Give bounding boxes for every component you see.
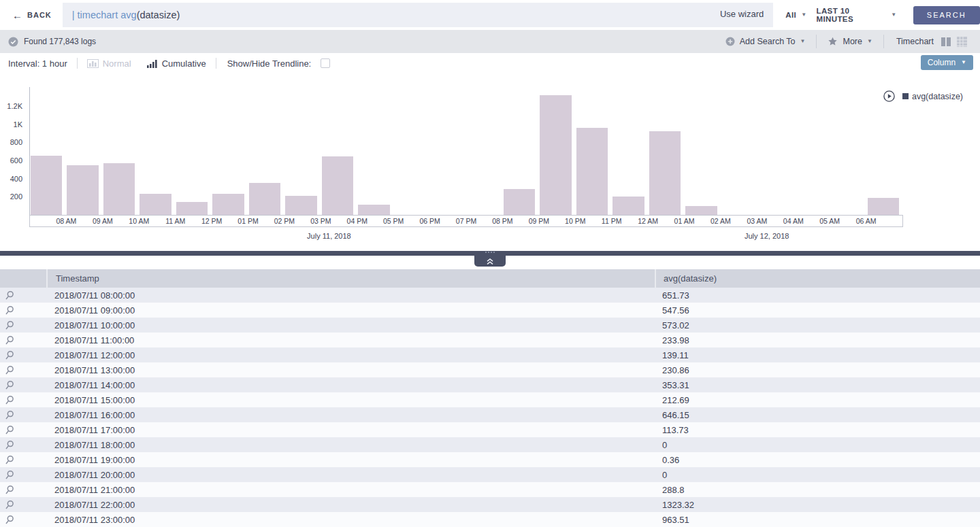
bar-chart-icon: [87, 59, 99, 68]
row-expand-cell: [0, 320, 46, 330]
chevron-down-icon: ▼: [891, 12, 896, 18]
magnifier-icon[interactable]: [5, 335, 14, 345]
chart-bar[interactable]: [685, 206, 717, 215]
magnifier-icon[interactable]: [5, 380, 14, 390]
top-search-bar: ← BACK | timechart avg(datasize) Use wiz…: [0, 0, 980, 30]
chart-bar[interactable]: [31, 156, 62, 215]
timestamp-cell: 2018/07/11 15:00:00: [46, 395, 655, 405]
chart-bar[interactable]: [103, 163, 135, 215]
row-expand-cell: [0, 455, 46, 465]
x-tick-label: 08 PM: [492, 217, 512, 225]
more-label: More: [843, 37, 862, 46]
chart-bar[interactable]: [322, 156, 353, 215]
x-tick-label: 01 PM: [238, 217, 258, 225]
magnifier-icon[interactable]: [5, 440, 14, 450]
panel-divider[interactable]: [0, 251, 980, 256]
row-expand-cell: [0, 500, 46, 510]
double-chevron-up-icon: [486, 258, 494, 265]
found-text: Found 177,843 logs: [24, 37, 96, 46]
search-query-input[interactable]: | timechart avg(datasize) Use wizard: [63, 3, 773, 27]
chart-bar[interactable]: [576, 128, 608, 215]
timestamp-column-header[interactable]: Timestamp: [46, 269, 655, 288]
value-column-header[interactable]: avg(datasize): [655, 269, 980, 288]
chart-bar[interactable]: [249, 183, 280, 215]
x-tick-label: 02 AM: [710, 217, 731, 225]
chart-bar[interactable]: [649, 131, 681, 215]
x-tick-label: 06 PM: [419, 217, 440, 225]
magnifier-icon[interactable]: [5, 320, 14, 330]
timechart: 2004006008001K1.2K 08 AM09 AM10 AM11 AM1…: [0, 73, 980, 252]
chevron-down-icon: ▼: [801, 12, 806, 18]
chart-bar[interactable]: [176, 202, 208, 215]
table-row: 2018/07/11 11:00:00233.98: [0, 333, 980, 347]
chart-bar[interactable]: [212, 194, 244, 215]
query-prefix: | timechart avg: [72, 10, 137, 20]
chart-bar[interactable]: [285, 196, 316, 215]
back-label: BACK: [27, 11, 52, 19]
magnifier-icon[interactable]: [5, 470, 14, 480]
collapse-panel-tab[interactable]: [474, 256, 506, 267]
trendline-checkbox[interactable]: [321, 58, 330, 68]
chart-bar[interactable]: [140, 194, 171, 215]
x-tick-label: 04 AM: [783, 217, 804, 225]
magnifier-icon[interactable]: [5, 485, 14, 495]
magnifier-icon[interactable]: [5, 410, 14, 420]
chart-bar[interactable]: [868, 198, 899, 215]
magnifier-icon[interactable]: [5, 395, 14, 405]
time-range-dropdown[interactable]: LAST 10 MINUTES ▼: [816, 7, 896, 23]
magnifier-icon[interactable]: [5, 365, 14, 375]
interval-label: Interval: 1 hour: [8, 58, 67, 69]
x-tick-label: 05 PM: [383, 217, 404, 225]
add-search-to-menu[interactable]: Add Search To ▼: [715, 35, 817, 48]
magnifier-icon[interactable]: [5, 290, 14, 301]
normal-mode-button[interactable]: Normal: [87, 58, 131, 69]
x-tick-label: 07 PM: [456, 217, 476, 225]
chart-bar[interactable]: [358, 205, 389, 215]
magnifier-icon[interactable]: [5, 425, 14, 435]
grid-view-icon[interactable]: [956, 36, 968, 48]
magnifier-icon[interactable]: [5, 455, 14, 465]
cumulative-mode-button[interactable]: Cumulative: [146, 58, 206, 69]
table-row: 2018/07/11 21:00:00288.8: [0, 482, 980, 497]
app-window: ← BACK | timechart avg(datasize) Use wiz…: [0, 0, 980, 527]
row-expand-cell: [0, 485, 46, 495]
row-expand-cell: [0, 425, 46, 435]
timestamp-cell: 2018/07/11 19:00:00: [46, 455, 655, 465]
view-toggle: [941, 36, 972, 48]
check-circle-icon: [8, 37, 18, 47]
use-wizard-link[interactable]: Use wizard: [720, 9, 764, 19]
chart-type-dropdown[interactable]: Column ▼: [921, 55, 973, 70]
play-circle-icon[interactable]: [883, 90, 895, 102]
divider: [216, 58, 216, 69]
magnifier-icon[interactable]: [5, 515, 14, 525]
row-expand-cell: [0, 395, 46, 405]
chart-bar[interactable]: [67, 165, 98, 215]
scope-dropdown[interactable]: All ▼: [785, 11, 806, 19]
chart-bar[interactable]: [504, 189, 535, 216]
legend-entry[interactable]: avg(datasize): [902, 92, 963, 101]
chart-bar[interactable]: [540, 95, 571, 215]
magnifier-icon[interactable]: [5, 500, 14, 510]
timestamp-cell: 2018/07/11 14:00:00: [46, 380, 655, 390]
x-axis-brush[interactable]: 08 AM09 AM10 AM11 AM12 PM01 PM02 PM03 PM…: [29, 215, 903, 227]
results-bar: Found 177,843 logs Add Search To ▼ More …: [0, 30, 980, 53]
value-cell: 0: [655, 440, 980, 450]
table-header-row: Timestamp avg(datasize): [0, 269, 980, 288]
timestamp-cell: 2018/07/11 22:00:00: [46, 500, 655, 510]
star-icon: [828, 37, 838, 46]
chart-bar[interactable]: [612, 197, 644, 215]
column-view-icon[interactable]: [941, 36, 952, 48]
search-button[interactable]: SEARCH: [913, 6, 980, 24]
x-tick-label: 12 AM: [638, 217, 658, 225]
divider: [77, 58, 78, 69]
magnifier-icon[interactable]: [5, 305, 14, 316]
chart-legend: avg(datasize): [883, 90, 963, 102]
table-body: 2018/07/11 08:00:00651.732018/07/11 09:0…: [0, 288, 980, 527]
query-text: | timechart avg(datasize): [72, 10, 180, 20]
x-tick-label: 03 PM: [310, 217, 331, 225]
magnifier-icon[interactable]: [5, 350, 14, 360]
x-tick-label: 09 AM: [93, 217, 113, 225]
row-expand-cell: [0, 290, 46, 301]
back-button[interactable]: ← BACK: [0, 0, 63, 30]
more-menu[interactable]: More ▼: [817, 35, 883, 48]
